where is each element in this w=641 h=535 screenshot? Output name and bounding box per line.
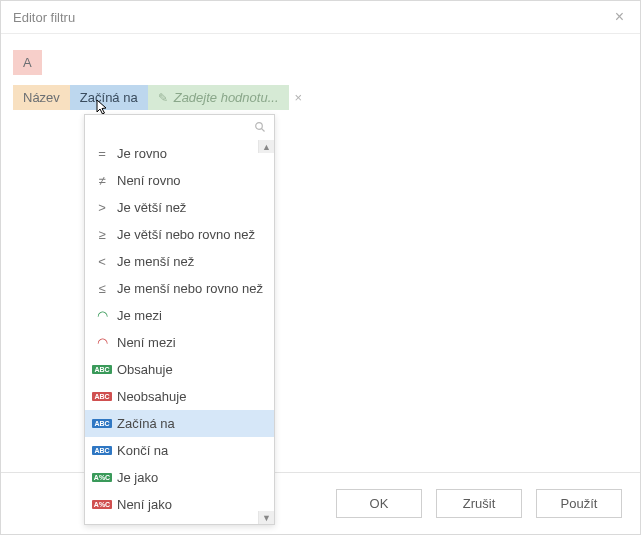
remove-condition-icon[interactable]: × <box>289 85 309 110</box>
operator-option-icon: A%C <box>95 473 109 482</box>
operator-option-icon: ABC <box>95 365 109 374</box>
operator-option-notcontains[interactable]: ABCNeobsahuje <box>85 383 274 410</box>
close-icon[interactable]: × <box>611 9 628 25</box>
operator-option-eq[interactable]: =Je rovno <box>85 140 274 167</box>
field-token[interactable]: Název <box>13 85 70 110</box>
operator-option-ends[interactable]: ABCKončí na <box>85 437 274 464</box>
operator-option-icon: < <box>95 254 109 269</box>
operator-option-notlike[interactable]: A%CNení jako <box>85 491 274 518</box>
operator-option-icon: A%C <box>95 500 109 509</box>
operator-option-label: Je menší nebo rovno než <box>117 281 263 296</box>
operator-dropdown: ▲ =Je rovno≠Není rovno>Je větší než≥Je v… <box>84 114 275 525</box>
operator-option-label: Není mezi <box>117 335 176 350</box>
group-row: A <box>13 50 628 75</box>
operator-option-icon: ABC <box>95 419 109 428</box>
operator-option-icon: ◠ <box>95 308 109 323</box>
ok-button[interactable]: OK <box>336 489 422 518</box>
dialog-title: Editor filtru <box>13 10 75 25</box>
operator-option-gte[interactable]: ≥Je větší nebo rovno než <box>85 221 274 248</box>
operator-option-gt[interactable]: >Je větší než <box>85 194 274 221</box>
dialog-header: Editor filtru × <box>1 1 640 34</box>
operator-option-icon: ≥ <box>95 227 109 242</box>
operator-option-label: Končí na <box>117 443 168 458</box>
operator-option-begins[interactable]: ABCZačíná na <box>85 410 274 437</box>
cancel-button[interactable]: Zrušit <box>436 489 522 518</box>
svg-point-0 <box>256 123 263 130</box>
operator-option-icon: ABC <box>95 446 109 455</box>
operator-option-lt[interactable]: <Je menší než <box>85 248 274 275</box>
operator-option-label: Je rovno <box>117 146 167 161</box>
operator-option-icon: ≤ <box>95 281 109 296</box>
operator-list[interactable]: ▲ =Je rovno≠Není rovno>Je větší než≥Je v… <box>85 140 274 524</box>
operator-label: Začíná na <box>80 90 138 105</box>
operator-option-neq[interactable]: ≠Není rovno <box>85 167 274 194</box>
group-token[interactable]: A <box>13 50 42 75</box>
operator-option-label: Neobsahuje <box>117 389 186 404</box>
scroll-down-icon[interactable]: ▼ <box>258 511 274 524</box>
operator-option-lte[interactable]: ≤Je menší nebo rovno než <box>85 275 274 302</box>
pencil-icon: ✎ <box>158 91 168 105</box>
operator-option-label: Je větší než <box>117 200 186 215</box>
value-placeholder: Zadejte hodnotu... <box>174 90 279 105</box>
filter-editor-dialog: Editor filtru × A Název Začíná na ✎ Zade… <box>0 0 641 535</box>
operator-option-label: Není rovno <box>117 173 181 188</box>
scroll-up-icon[interactable]: ▲ <box>258 140 274 153</box>
operator-option-label: Je menší než <box>117 254 194 269</box>
operator-option-label: Začíná na <box>117 416 175 431</box>
search-icon <box>254 121 266 136</box>
operator-option-label: Je jako <box>117 470 158 485</box>
operator-option-between[interactable]: ◠Je mezi <box>85 302 274 329</box>
operator-option-anyof[interactable]: Je jakýkoli z <box>85 518 274 524</box>
dropdown-search[interactable] <box>85 115 274 140</box>
condition-row: Název Začíná na ✎ Zadejte hodnotu... × <box>13 85 628 110</box>
operator-option-icon: = <box>95 146 109 161</box>
operator-option-label: Je větší nebo rovno než <box>117 227 255 242</box>
dialog-body: A Název Začíná na ✎ Zadejte hodnotu... × <box>1 34 640 472</box>
operator-option-notbetween[interactable]: ◠Není mezi <box>85 329 274 356</box>
operator-option-icon: ≠ <box>95 173 109 188</box>
operator-option-label: Obsahuje <box>117 362 173 377</box>
apply-button[interactable]: Použít <box>536 489 622 518</box>
operator-option-label: Je mezi <box>117 308 162 323</box>
svg-line-1 <box>262 129 265 132</box>
operator-option-icon: ABC <box>95 392 109 401</box>
operator-token[interactable]: Začíná na <box>70 85 148 110</box>
operator-option-contains[interactable]: ABCObsahuje <box>85 356 274 383</box>
operator-option-label: Není jako <box>117 497 172 512</box>
operator-option-icon: ◠ <box>95 335 109 350</box>
operator-option-icon: > <box>95 200 109 215</box>
value-token[interactable]: ✎ Zadejte hodnotu... <box>148 85 289 110</box>
operator-option-like[interactable]: A%CJe jako <box>85 464 274 491</box>
